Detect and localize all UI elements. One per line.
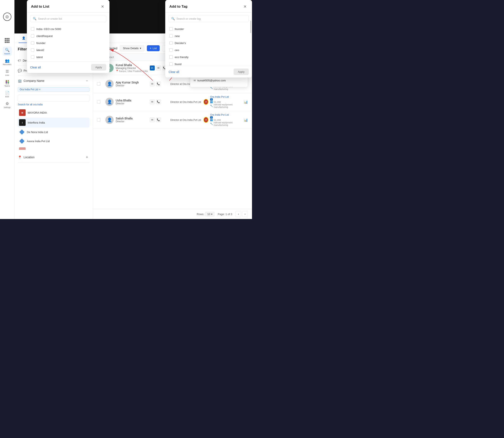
sidebar-item-search[interactable]: 🔍 Search	[3, 47, 12, 56]
company-search-input[interactable]	[18, 95, 89, 101]
usha-info: Usha Bhalla Director	[116, 99, 131, 105]
usha-size-text: 51-200	[214, 101, 221, 103]
company-item-interflora[interactable]: I Interflora India	[18, 118, 89, 128]
tag-checkbox-2[interactable]	[169, 34, 173, 38]
tag-checkbox-6[interactable]	[169, 62, 173, 66]
list-item-checkbox-3[interactable]	[31, 41, 34, 45]
usha-checkbox[interactable]	[97, 100, 100, 103]
modal-tag-search-input[interactable]	[176, 17, 246, 20]
filter-company-remove[interactable]: −	[85, 78, 89, 83]
sidebar-item-teams[interactable]: 👫 Teams	[3, 79, 12, 88]
modal-tag-clear-all[interactable]: Clear all	[169, 70, 179, 74]
tag-checkbox-1[interactable]	[169, 27, 173, 31]
show-details-button[interactable]: Show Details ▾	[120, 45, 144, 51]
add-to-list-modal: Add to List ✕ 🔍 India- CEO csv 5000 clie…	[27, 0, 109, 73]
svg-text:I: I	[22, 122, 23, 124]
company-tag-remove-icon[interactable]: ×	[39, 88, 41, 91]
satish-checkbox[interactable]	[97, 118, 100, 121]
tag-checkbox-5[interactable]	[169, 55, 173, 59]
usha-checkbox-col	[97, 100, 105, 103]
tag-item[interactable]: Decider's	[169, 39, 249, 46]
list-item-label-3: founder	[36, 42, 45, 45]
chevron-down-icon: ▾	[140, 47, 141, 50]
sidebar-item-lists[interactable]: ☰ Lists	[3, 68, 12, 77]
modal-list-apply[interactable]: Apply	[91, 64, 106, 70]
list-item-checkbox-4[interactable]	[31, 48, 34, 52]
sidebar-item-apps[interactable]	[3, 36, 12, 45]
satish-email-icon[interactable]: ✉	[150, 117, 155, 122]
tag-item[interactable]: founder	[169, 25, 249, 33]
page-prev-button[interactable]: ‹	[236, 211, 241, 217]
usha-name: Usha Bhalla	[116, 99, 131, 102]
company-item-aeora[interactable]: Aeora India Pvt Ltd	[18, 137, 89, 146]
tag-item[interactable]: new	[169, 33, 249, 39]
satish-phone-icon[interactable]: 📞	[156, 117, 161, 122]
rows-dropdown[interactable]: 10 ▾	[205, 212, 214, 217]
satish-company-cell: O Ora India Pvt Ltd in 👥 51-200	[204, 113, 248, 126]
ajay-phone-icon[interactable]: 📞	[156, 81, 161, 86]
list-item[interactable]: clientRequest	[30, 33, 106, 39]
modal-tag-apply[interactable]: Apply	[234, 69, 249, 75]
usha-title: Director	[116, 102, 131, 105]
ajay-email-icon[interactable]: ✉	[150, 81, 155, 86]
modal-list-close[interactable]: ✕	[100, 4, 105, 10]
modal-list-search-input[interactable]	[38, 17, 104, 20]
company-item-denora[interactable]: De Nora India Ltd	[18, 128, 89, 137]
ajay-checkbox[interactable]	[97, 82, 100, 86]
list-item[interactable]: founder	[30, 39, 106, 46]
filter-company-name: 🏢 Company Name −	[18, 76, 89, 86]
list-item[interactable]: India- CEO csv 5000	[30, 25, 106, 33]
list-item-checkbox-2[interactable]	[31, 34, 34, 38]
list-item[interactable]: latest	[30, 54, 106, 61]
company-item-more[interactable]	[18, 146, 89, 150]
company-item-partial	[18, 146, 89, 150]
tag-item[interactable]: ceo	[169, 46, 249, 54]
usha-email-icon[interactable]: ✉	[150, 99, 155, 104]
tag-item[interactable]: eco friendly	[169, 54, 249, 61]
kunal-linkedin-icon[interactable]: in	[150, 66, 155, 70]
list-item-checkbox-1[interactable]	[31, 27, 34, 31]
sidebar-item-recruiters-label: Recruiters	[3, 64, 11, 66]
modal-list-clear-all[interactable]: Clear all	[30, 66, 41, 69]
denora-logo	[19, 129, 24, 134]
filter-location-left: 📍 Location	[18, 155, 34, 159]
list-item-checkbox-5[interactable]	[31, 55, 34, 59]
list-button[interactable]: ≡ List	[147, 45, 160, 51]
modal-list-items: India- CEO csv 5000 clientRequest founde…	[27, 25, 109, 61]
sidebar-item-bulk[interactable]: 📄 Bulk	[3, 90, 12, 99]
modal-tag-title: Add to Tag	[169, 5, 188, 9]
contacts-tab-icon: 👤	[22, 36, 25, 40]
kunal-email-icon[interactable]: ✉	[156, 66, 161, 70]
page-next-button[interactable]: ›	[242, 211, 248, 217]
tag-item[interactable]: found	[169, 61, 249, 66]
usha-phone-icon[interactable]: 📞	[156, 99, 161, 104]
app-logo: ⊙	[3, 13, 11, 21]
sidebar-item-settings[interactable]: ⚙ Settings	[3, 100, 12, 110]
satish-company-name[interactable]: Ora India Pvt Ltd	[210, 113, 241, 116]
usha-linkedin-badge: in	[210, 98, 241, 101]
industry-icon: 🔧	[210, 105, 213, 107]
usha-details-col: Director at Ora India Pvt Ltd	[171, 100, 204, 104]
sidebar-item-recruiters[interactable]: 👥 Recruiters	[3, 57, 12, 66]
popup-email-icon: ✉	[193, 79, 196, 82]
filter-location-label: Location	[23, 155, 34, 159]
tag-checkbox-4[interactable]	[169, 48, 173, 52]
satish-details-col: Director at Ora India Pvt Ltd	[171, 118, 204, 122]
satish-industry-text: railroad equipment manufacturing	[214, 121, 241, 126]
rows-label: Rows:	[197, 213, 204, 216]
filter-location-add[interactable]: +	[85, 155, 89, 160]
usha-company-info: Ora India Pvt Ltd in 👥 51-200	[210, 96, 241, 108]
rows-chevron-icon: ▾	[211, 213, 213, 216]
modal-tag-close[interactable]: ✕	[242, 4, 248, 10]
company-filter-tag[interactable]: Ora India Pvt Ltd ×	[18, 87, 89, 92]
satish-social-icons: ✉ 📞	[150, 117, 171, 122]
list-item[interactable]: latest2	[30, 46, 106, 54]
satish-size-text: 51-200	[214, 119, 221, 121]
aeora-logo-container	[19, 138, 25, 144]
list-button-label: List	[153, 47, 157, 50]
settings-icon: ⚙	[6, 101, 9, 106]
table-row: 👤 Usha Bhalla Director ✉ 📞	[93, 93, 252, 111]
company-item-mayora[interactable]: M MAYORA INDIA	[18, 108, 89, 118]
tag-checkbox-3[interactable]	[169, 41, 173, 45]
usha-company-name[interactable]: Ora India Pvt Ltd	[210, 96, 241, 98]
